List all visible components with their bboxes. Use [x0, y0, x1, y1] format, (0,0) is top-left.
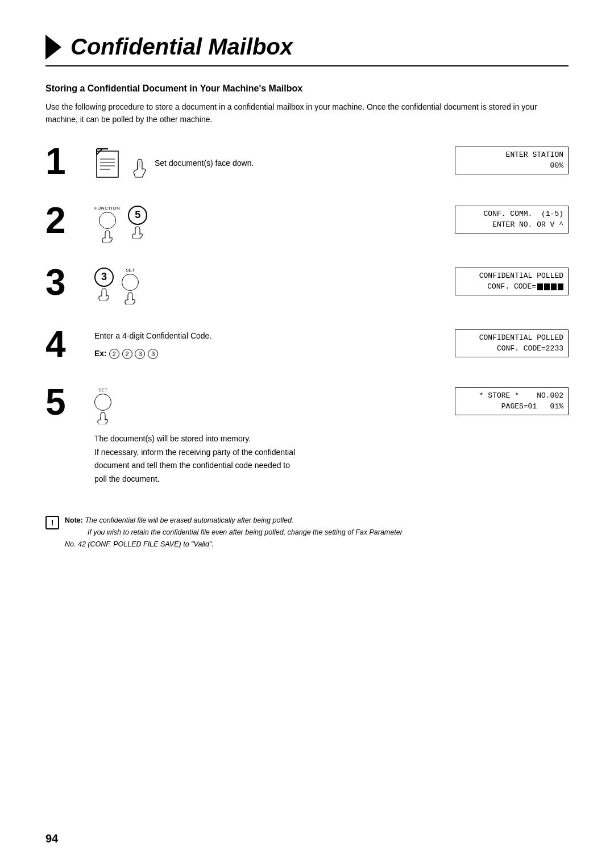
function-press-icon — [102, 230, 113, 243]
lcd-line-1-1: ENTER STATION — [460, 149, 563, 161]
number-5-button-group: 5 — [128, 206, 147, 239]
function-circle — [99, 212, 116, 229]
lcd-line-5-1: * STORE * NO.002 — [460, 390, 563, 402]
number-3-button-group: 3 — [94, 268, 114, 301]
document-icon — [94, 147, 125, 181]
number-5-circle: 5 — [128, 206, 147, 225]
lcd-line-3-1: CONFIDENTIAL POLLED — [460, 270, 563, 282]
step-5-lcd: * STORE * NO.002 PAGES=01 01% — [455, 384, 569, 415]
set-press-icon — [125, 292, 136, 304]
set-press-icon-5 — [97, 412, 109, 424]
step-5-content: SET The document(s) will be stored into … — [94, 384, 446, 486]
note-bold-prefix: Note: — [65, 516, 83, 524]
ex-digit-1: 2 — [109, 349, 119, 359]
step-5-text: The document(s) will be stored into memo… — [94, 432, 295, 486]
lcd-line-2-2: ENTER NO. OR V ^ — [460, 219, 563, 231]
step-4-lcd: CONFIDENTIAL POLLED CONF. CODE=2233 — [455, 326, 569, 357]
lcd-display-3: CONFIDENTIAL POLLED CONF. CODE= — [455, 268, 569, 295]
step-1: 1 — [45, 143, 569, 181]
set-circle-5 — [94, 394, 111, 411]
step-3: 3 3 SET — [45, 264, 569, 304]
step-2-lcd: CONF. COMM. (1-5) ENTER NO. OR V ^ — [455, 202, 569, 233]
svg-rect-0 — [97, 151, 118, 177]
page-title: Confidential Mailbox — [70, 34, 293, 60]
lcd-display-4: CONFIDENTIAL POLLED CONF. CODE=2233 — [455, 329, 569, 357]
step-5-line-3: document and tell them the confidential … — [94, 461, 290, 470]
conf-code-label: CONF. CODE= — [487, 281, 536, 293]
lcd-line-3-2: CONF. CODE= — [460, 281, 563, 293]
step-5-line-4: poll the document. — [94, 474, 159, 483]
step-5-line-2: If necessary, inform the receiving party… — [94, 448, 295, 457]
step-3-content: 3 SET — [94, 264, 446, 304]
lcd-line-4-2: CONF. CODE=2233 — [460, 343, 563, 354]
note-line-3-text: No. 42 (CONF. POLLED FILE SAVE) to "Vali… — [65, 540, 214, 548]
section-heading: Storing a Confidential Document in Your … — [45, 84, 569, 94]
note-text: Note: The confidential file will be eras… — [65, 515, 403, 551]
step-1-content: Set document(s) face down. — [94, 143, 446, 181]
step-1-icons — [94, 147, 147, 181]
step-4-content: Enter a 4-digit Confidential Code. Ex: 2… — [94, 326, 446, 360]
set-button-group-5: SET — [94, 387, 111, 424]
note-indent: If you wish to retain the confidential f… — [65, 528, 403, 548]
note-section: ! Note: The confidential file will be er… — [45, 509, 569, 551]
page-number: 94 — [45, 832, 58, 845]
ex-digit-4: 3 — [148, 349, 158, 359]
square-1 — [537, 283, 543, 290]
lcd-line-4-1: CONFIDENTIAL POLLED — [460, 332, 563, 344]
set-label: SET — [126, 268, 135, 273]
step-3-number: 3 — [45, 264, 85, 301]
note-icon: ! — [45, 516, 59, 529]
note-line-2-text: If you wish to retain the confidential f… — [88, 528, 403, 536]
lcd-line-2-1: CONF. COMM. (1-5) — [460, 208, 563, 220]
step-2: 2 FUNCTION 5 — [45, 202, 569, 243]
function-button-group: FUNCTION — [94, 206, 120, 243]
step-4-number: 4 — [45, 326, 85, 362]
note-exclamation: ! — [51, 516, 54, 529]
set-button-group: SET — [122, 268, 139, 304]
ex-digit-2: 2 — [122, 349, 132, 359]
lcd-display-1: ENTER STATION 00% — [455, 147, 569, 174]
section-intro: Use the following procedure to store a d… — [45, 101, 569, 126]
step-5-number: 5 — [45, 384, 85, 420]
function-label: FUNCTION — [94, 206, 120, 211]
ex-digit-3: 3 — [135, 349, 145, 359]
conf-code-squares — [537, 283, 563, 290]
square-3 — [551, 283, 557, 290]
lcd-line-5-2: PAGES=01 01% — [460, 401, 563, 412]
step-1-number: 1 — [45, 143, 85, 180]
step-2-content: FUNCTION 5 — [94, 202, 446, 243]
note-line-1-text: The confidential file will be erased aut… — [85, 516, 293, 524]
set-label-5: SET — [98, 387, 107, 393]
step-2-icons: FUNCTION 5 — [94, 206, 147, 243]
step-3-lcd: CONFIDENTIAL POLLED CONF. CODE= — [455, 264, 569, 295]
step-2-number: 2 — [45, 202, 85, 239]
step-5: 5 SET The document(s) will be stored int… — [45, 384, 569, 486]
title-arrow-icon — [45, 35, 61, 60]
step-4-ex: Ex: 2 2 3 3 — [94, 349, 159, 359]
step-5-line-1: The document(s) will be stored into memo… — [94, 434, 251, 443]
number-5-press-icon — [132, 226, 143, 239]
square-4 — [558, 283, 563, 290]
lcd-display-5: * STORE * NO.002 PAGES=01 01% — [455, 387, 569, 415]
number-3-circle: 3 — [94, 268, 114, 287]
square-2 — [544, 283, 550, 290]
step-4-main-text: Enter a 4-digit Confidential Code. — [94, 329, 211, 342]
ex-label: Ex: — [94, 349, 109, 358]
page-title-section: Confidential Mailbox — [45, 34, 569, 66]
hand-press-icon — [133, 158, 147, 178]
lcd-display-2: CONF. COMM. (1-5) ENTER NO. OR V ^ — [455, 206, 569, 233]
step-1-lcd: ENTER STATION 00% — [455, 143, 569, 174]
step-4: 4 Enter a 4-digit Confidential Code. Ex:… — [45, 326, 569, 362]
step-1-text: Set document(s) face down. — [155, 147, 254, 170]
lcd-line-1-2: 00% — [460, 160, 563, 172]
number-3-press-icon — [98, 288, 110, 301]
steps-container: 1 — [45, 143, 569, 486]
set-circle — [122, 274, 139, 291]
step-3-icons: 3 SET — [94, 268, 139, 304]
